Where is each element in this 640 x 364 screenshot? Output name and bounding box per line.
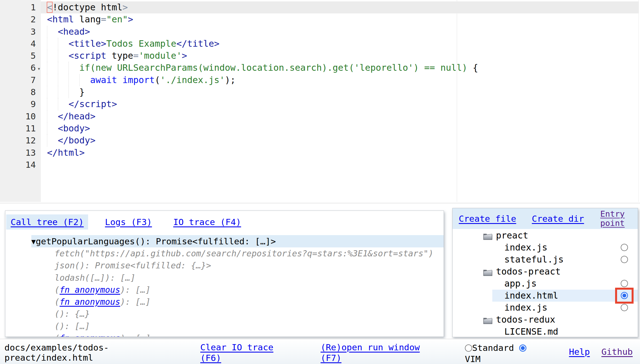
call-tree-row[interactable]: (fn anonymous): […] xyxy=(55,284,444,296)
reopen-run-window-button[interactable]: (Re)open run window (F7) xyxy=(321,342,430,363)
code-editor[interactable]: 1<!doctype html>2<html lang="en">3<head>… xyxy=(0,0,640,203)
file-name[interactable]: LICENSE.md xyxy=(504,326,558,337)
file-name[interactable]: app.js xyxy=(504,278,537,290)
call-tree-row[interactable]: json(): Promise<fulfilled: {…}> xyxy=(55,259,444,271)
entry-point-radio[interactable] xyxy=(621,244,628,251)
entry-point-radio[interactable] xyxy=(621,280,628,287)
fold-arrow-icon[interactable]: ▾ xyxy=(37,63,41,75)
indent-guide xyxy=(69,74,69,86)
folder-row[interactable]: todos-redux xyxy=(453,314,638,326)
code-token: = xyxy=(101,14,106,25)
tab-io-trace-f4[interactable]: IO trace (F4) xyxy=(173,214,241,230)
code-line-content[interactable]: </script> xyxy=(41,98,639,110)
call-tree-row[interactable]: (fn anonymous): […] xyxy=(55,296,444,308)
code-token: </body> xyxy=(58,135,96,146)
file-row[interactable]: index.js xyxy=(453,302,638,314)
anonymous-function-link[interactable]: fn anonymous xyxy=(60,297,120,307)
code-line[interactable]: 10</head> xyxy=(0,110,639,122)
line-number: 3 xyxy=(0,26,41,38)
code-line-content[interactable]: <head> xyxy=(41,26,639,38)
tab-call-tree-f2[interactable]: Call tree (F2) xyxy=(6,214,88,230)
entry-point-radio[interactable] xyxy=(621,256,628,263)
code-line[interactable]: 5<script type='module'> xyxy=(0,50,639,62)
code-line[interactable]: 9</script> xyxy=(0,98,639,110)
code-token: > xyxy=(182,50,187,61)
code-line[interactable]: 11<body> xyxy=(0,122,639,134)
anonymous-function-link[interactable]: fn anonymous xyxy=(60,285,120,295)
help-link[interactable]: Help xyxy=(569,346,590,357)
code-line[interactable]: 14 xyxy=(0,159,639,171)
file-name[interactable]: index.html xyxy=(504,290,558,302)
folder-name[interactable]: todos-preact xyxy=(496,266,561,278)
code-line[interactable]: 7await import('./index.js'); xyxy=(0,74,639,86)
code-token: type xyxy=(106,50,133,61)
call-tree-row[interactable]: (fn anonymous): […] xyxy=(55,332,444,337)
code-line[interactable]: 6▾if(new URLSearchParams(window.location… xyxy=(0,62,639,74)
code-line[interactable]: 8} xyxy=(0,86,639,98)
code-line-content[interactable]: <script type='module'> xyxy=(41,50,639,62)
code-token: <title> xyxy=(69,38,106,49)
code-line-content[interactable]: await import('./index.js'); xyxy=(41,74,639,86)
code-line-content[interactable]: </head> xyxy=(41,110,639,122)
code-token: !doctype html xyxy=(52,2,122,13)
code-line-content[interactable]: <body> xyxy=(41,122,639,134)
entry-point-column-label[interactable]: Entry point xyxy=(600,209,632,228)
file-row[interactable]: index.js xyxy=(453,242,638,254)
call-tree-row[interactable]: (): {…} xyxy=(55,308,444,320)
code-token: { xyxy=(467,62,478,73)
code-line[interactable]: 12</body> xyxy=(0,134,639,146)
code-line[interactable]: 4<title>Todos Example</title> xyxy=(0,38,639,50)
file-name[interactable]: index.js xyxy=(504,302,547,314)
code-line-content[interactable] xyxy=(41,159,639,171)
code-lines[interactable]: 1<!doctype html>2<html lang="en">3<head>… xyxy=(0,1,639,171)
mode-radio-standard[interactable] xyxy=(465,344,472,352)
call-tree-row[interactable]: lodash([…]): […] xyxy=(55,272,444,284)
file-row[interactable]: index.html xyxy=(453,290,638,302)
clear-io-trace-button[interactable]: Clear IO trace (F6) xyxy=(200,342,284,363)
mode-label-vim[interactable]: VIM xyxy=(465,354,481,364)
code-line-content[interactable]: } xyxy=(41,86,639,98)
code-line[interactable]: 13</html> xyxy=(0,147,639,159)
folder-name[interactable]: todos-redux xyxy=(496,314,555,326)
code-tokens: </head> xyxy=(41,110,639,122)
code-token: } xyxy=(79,87,85,97)
create-dir-button[interactable]: Create dir xyxy=(532,214,584,224)
call-tree-row[interactable]: fetch("https://api.github.com/search/rep… xyxy=(55,247,444,259)
code-token: await xyxy=(90,75,117,85)
line-number-text: 9 xyxy=(30,99,36,109)
code-line-content[interactable]: </body> xyxy=(41,134,639,146)
anonymous-function-link[interactable]: fn anonymous xyxy=(60,333,120,337)
code-token: = xyxy=(133,50,138,61)
code-line-content[interactable]: <title>Todos Example</title> xyxy=(41,38,639,50)
call-tree-row[interactable]: (): […] xyxy=(55,320,444,332)
code-line[interactable]: 3<head> xyxy=(0,26,639,38)
line-number: 2 xyxy=(0,13,41,25)
code-line-content[interactable]: <html lang="en"> xyxy=(41,13,639,25)
code-line-content[interactable]: if(new URLSearchParams(window.location.s… xyxy=(41,62,639,74)
entry-point-radio[interactable] xyxy=(621,304,628,311)
mode-radio-vim[interactable] xyxy=(519,344,526,352)
code-token: "en" xyxy=(106,14,128,25)
tab-logs-f3[interactable]: Logs (F3) xyxy=(105,214,152,230)
folder-name[interactable]: preact xyxy=(496,230,528,242)
folder-row[interactable]: todos-preact xyxy=(453,266,638,278)
entry-point-radio[interactable] xyxy=(621,292,628,299)
file-name[interactable]: index.js xyxy=(504,242,547,254)
code-tokens: <head> xyxy=(41,26,639,38)
code-line[interactable]: 1<!doctype html> xyxy=(0,1,639,13)
call-tree-row[interactable]: ▼getPopularLanguages(): Promise<fulfille… xyxy=(31,235,444,247)
code-line-content[interactable]: <!doctype html> xyxy=(41,1,639,13)
collapse-triangle-icon[interactable]: ▼ xyxy=(31,237,36,246)
create-file-button[interactable]: Create file xyxy=(459,214,516,224)
folder-row[interactable]: preact xyxy=(453,230,638,242)
file-row[interactable]: app.js xyxy=(453,278,638,290)
line-number: 4 xyxy=(0,38,41,50)
file-row[interactable]: stateful.js xyxy=(453,254,638,266)
github-link[interactable]: Github xyxy=(601,346,633,357)
code-line[interactable]: 2<html lang="en"> xyxy=(0,13,639,25)
indent-guide xyxy=(58,50,58,62)
file-row[interactable]: LICENSE.md xyxy=(453,326,638,337)
file-name[interactable]: stateful.js xyxy=(504,254,564,266)
mode-label-standard[interactable]: Standard xyxy=(472,343,514,353)
code-line-content[interactable]: </html> xyxy=(41,147,639,159)
